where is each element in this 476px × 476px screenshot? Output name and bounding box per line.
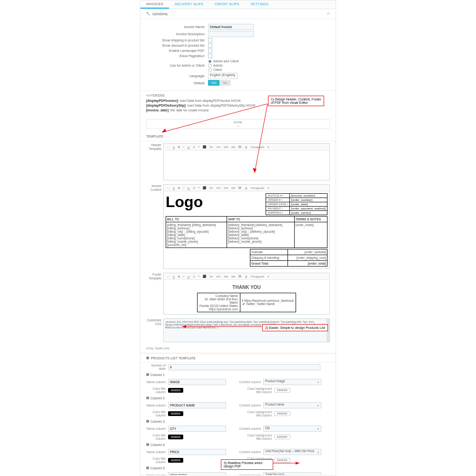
invoice-meta: INVOICE # /[invoice_number]ORDER # /[ord… xyxy=(266,193,327,215)
grid-icon: ▦ xyxy=(146,356,149,360)
invoice-address-table: BILL TOSHIP TOTERMS & NOTES [billing_fir… xyxy=(166,216,327,248)
num-table-input[interactable] xyxy=(168,364,320,370)
col-name-input[interactable] xyxy=(168,426,226,432)
color-chip[interactable]: 000000 xyxy=(168,388,183,393)
tab-bar: INVOICES DELIVERY SLIPS CREDIT SLIPS SET… xyxy=(140,0,336,9)
wrench-icon: 🔧 xyxy=(146,12,150,16)
collapse-icon[interactable]: ⊟ xyxy=(327,12,330,16)
invoice-desc-input[interactable] xyxy=(208,31,254,37)
color-chip[interactable]: FFFFFF xyxy=(274,458,290,463)
tab-credit[interactable]: CREDIT SLIPS xyxy=(209,0,245,9)
editor-toolbar[interactable]: ↔ABIUS❝⬛≡▾•≡▾1≡▾⊞▾🖼🖨Paragraph▾ xyxy=(164,273,329,280)
column-header: Column 2 xyxy=(140,395,336,401)
col-name-input[interactable] xyxy=(168,379,226,385)
header-editor[interactable]: ↔ABIUS❝⬛≡▾•≡▾1≡▾⊞▾🖼🖨Paragraph▾ xyxy=(163,143,330,180)
default-switch[interactable]: YESNO xyxy=(208,80,231,86)
footer-editor[interactable]: ↔ABIUS❝⬛≡▾•≡▾1≡▾⊞▾🖼🖨Paragraph▾ THANK YOU… xyxy=(163,273,330,315)
editor-toolbar[interactable]: ↔ABIUS❝⬛≡▾•≡▾1≡▾⊞▾🖼🖨Paragraph▾ xyxy=(164,144,329,150)
show-shipping-checkbox[interactable] xyxy=(208,38,212,42)
invoice-totals: Subtotal[order_subtotal]Shipping & Handl… xyxy=(250,249,327,267)
column-header: Column 1 xyxy=(140,371,336,378)
col-content-select[interactable]: Product name xyxy=(263,402,321,408)
callout-1: 1) Design header, Content, Footer of PDF… xyxy=(268,96,324,106)
tab-invoices[interactable]: INVOICES xyxy=(140,0,169,9)
color-chip[interactable]: 000000 xyxy=(168,458,183,463)
more-button[interactable]: MORE⌄ xyxy=(146,119,330,129)
section-template: TEMPLATE xyxy=(140,132,336,141)
column-header: Column 4 xyxy=(140,441,336,448)
callout-3: 3) Realtime Preview when design PDF xyxy=(221,459,273,470)
language-select[interactable]: English (English) xyxy=(208,73,238,79)
tab-delivery[interactable]: DELIVERY SLIPS xyxy=(169,0,209,9)
footer-table: Company Name16, Main street 2nd floorMia… xyxy=(197,293,296,312)
section-html-template: HTML TEMPLATE xyxy=(140,344,336,353)
color-chip[interactable]: FFFFFF xyxy=(274,435,290,439)
col-content-select[interactable]: Qty xyxy=(263,426,321,432)
col-content-select[interactable]: Product image xyxy=(263,379,321,385)
show-discount-checkbox[interactable] xyxy=(208,43,212,48)
landscape-checkbox[interactable] xyxy=(208,49,212,53)
color-chip[interactable]: 000000 xyxy=(168,435,183,439)
col-name-input[interactable] xyxy=(168,449,226,455)
color-chip[interactable]: 000000 xyxy=(168,411,183,416)
col-content-select[interactable]: Unit Price(Tax Incl) – With Old Price xyxy=(263,449,321,455)
radio-admin-client[interactable] xyxy=(208,60,212,63)
editor-toolbar[interactable]: ↔ABIUS❝⬛≡▾•≡▾1≡▾⊞▾🖼🖨Paragraph▾ xyxy=(164,185,329,191)
content-editor[interactable]: ↔ABIUS❝⬛≡▾•≡▾1≡▾⊞▾🖼🖨Paragraph▾ INVOICE #… xyxy=(163,184,330,269)
pagination-checkbox[interactable] xyxy=(208,54,212,58)
radio-client[interactable] xyxy=(208,68,212,72)
col-name-input[interactable] xyxy=(168,402,226,408)
thank-you: THANK YOU xyxy=(166,285,327,290)
column-header: Column 3 xyxy=(140,418,336,425)
callout-2: 2) Easier, Simple to design Products Lis… xyxy=(262,324,328,331)
section-general: 🔧GENERAL⊟ xyxy=(140,9,336,19)
tab-settings[interactable]: SETTINGS xyxy=(245,0,274,9)
section-products-list: ▦PRODUCTS LIST TEMPLATE xyxy=(140,353,336,363)
radio-admin[interactable] xyxy=(208,64,212,68)
color-chip[interactable]: FFFFFF xyxy=(274,411,290,416)
color-chip[interactable]: FFFFFF xyxy=(274,388,290,393)
invoice-name-input[interactable] xyxy=(208,24,254,30)
